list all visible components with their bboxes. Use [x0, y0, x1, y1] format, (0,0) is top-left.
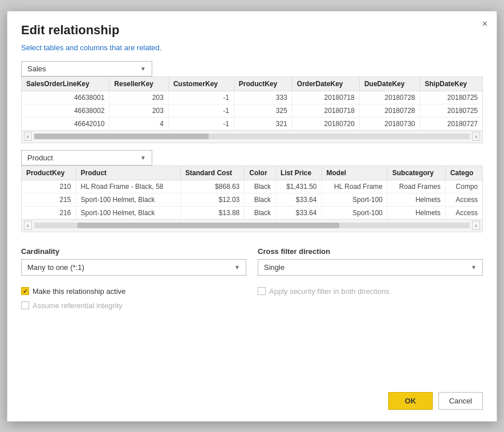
col-product-name: Product — [76, 166, 181, 180]
table1-dropdown-label: Sales — [27, 64, 140, 73]
col-standard-cost: Standard Cost — [181, 166, 245, 180]
table2: ProductKey Product Standard Cost Color L… — [22, 166, 482, 219]
col-sales-order-line-key: SalesOrderLineKey — [22, 77, 109, 91]
dialog-subtitle: Select tables and columns that are relat… — [21, 43, 483, 52]
table2-scroll-right[interactable]: › — [472, 221, 480, 230]
table-cell: Sport-100 Helmet, Black — [76, 193, 181, 206]
col-subcategory: Subcategory — [388, 166, 446, 180]
col-category: Catego — [445, 166, 482, 180]
table-cell: HL Road Frame — [322, 180, 388, 193]
table1-scrollbar[interactable]: ‹ › — [22, 130, 482, 143]
referential-row: Assume referential integrity — [21, 301, 246, 310]
table1-dropdown[interactable]: Sales ▼ — [21, 61, 152, 76]
checkboxes-section: Make this relationship active Assume ref… — [21, 281, 483, 310]
table-row[interactable]: 216Sport-100 Helmet, Black$13.88Black$33… — [22, 206, 482, 219]
table-cell: 46638001 — [22, 91, 109, 104]
table-cell: Black — [245, 193, 276, 206]
dialog-title: Edit relationship — [21, 23, 483, 38]
table-cell: 46638002 — [22, 104, 109, 117]
security-filter-label: Apply security filter in both directions — [269, 287, 389, 296]
table-cell: 20180727 — [420, 117, 482, 130]
security-filter-checkbox[interactable] — [258, 287, 266, 295]
cross-filter-label: Cross filter direction — [258, 247, 483, 256]
table-cell: Compo — [445, 180, 482, 193]
table-cell: Access — [445, 193, 482, 206]
table-row[interactable]: 210HL Road Frame - Black, 58$868.63Black… — [22, 180, 482, 193]
table-cell: 20180725 — [420, 104, 482, 117]
table-row[interactable]: 215Sport-100 Helmet, Black$12.03Black$33… — [22, 193, 482, 206]
table-cell: 325 — [234, 104, 292, 117]
ok-button[interactable]: OK — [388, 392, 433, 410]
col-reseller-key: ResellerKey — [109, 77, 169, 91]
table-cell: 210 — [22, 180, 76, 193]
referential-label: Assume referential integrity — [32, 301, 123, 310]
left-checkboxes: Make this relationship active Assume ref… — [21, 281, 246, 310]
table-cell: $33.64 — [276, 193, 322, 206]
cardinality-dropdown[interactable]: Many to one (*:1) ▼ — [21, 259, 246, 276]
table-cell: 20180718 — [292, 91, 359, 104]
table-cell: 203 — [109, 91, 169, 104]
table-cell: 20180730 — [359, 117, 420, 130]
table-cell: $12.03 — [181, 193, 245, 206]
cardinality-arrow: ▼ — [234, 264, 240, 270]
table-cell: Sport-100 — [322, 193, 388, 206]
table2-scroll-left[interactable]: ‹ — [24, 221, 32, 230]
table-cell: -1 — [168, 91, 234, 104]
table-cell: Sport-100 — [322, 206, 388, 219]
table1: SalesOrderLineKey ResellerKey CustomerKe… — [22, 77, 482, 130]
table-cell: 20180728 — [359, 91, 420, 104]
table-row[interactable]: 46638002203-1325201807182018072820180725 — [22, 104, 482, 117]
make-active-label: Make this relationship active — [32, 287, 125, 296]
table-cell: -1 — [168, 117, 234, 130]
cardinality-label: Cardinality — [21, 247, 246, 256]
col-color: Color — [245, 166, 276, 180]
table-cell: $868.63 — [181, 180, 245, 193]
table-cell: 20180725 — [420, 91, 482, 104]
cross-filter-dropdown[interactable]: Single ▼ — [258, 259, 483, 276]
table2-dropdown-label: Product — [27, 154, 140, 162]
cross-filter-section: Cross filter direction Single ▼ — [258, 247, 483, 276]
edit-relationship-dialog: × Edit relationship Select tables and co… — [7, 11, 497, 422]
table2-dropdown-arrow: ▼ — [140, 155, 146, 161]
table2-dropdown[interactable]: Product ▼ — [21, 150, 152, 165]
col-product-key: ProductKey — [234, 77, 292, 91]
table2-section: Product ▼ ProductKey Product Standard Co… — [21, 150, 483, 232]
table-cell: Black — [245, 180, 276, 193]
referential-checkbox[interactable] — [21, 301, 29, 309]
table-row[interactable]: 466420104-1321201807202018073020180727 — [22, 117, 482, 130]
table1-scroll-thumb — [34, 134, 209, 139]
table-cell: Road Frames — [388, 180, 446, 193]
col-order-date-key: OrderDateKey — [292, 77, 359, 91]
cancel-button[interactable]: Cancel — [438, 392, 483, 410]
col-model: Model — [322, 166, 388, 180]
table-cell: 215 — [22, 193, 76, 206]
cross-filter-value: Single — [264, 263, 471, 272]
table2-wrapper: ProductKey Product Standard Cost Color L… — [21, 165, 483, 232]
table-cell: $33.64 — [276, 206, 322, 219]
table1-wrapper: SalesOrderLineKey ResellerKey CustomerKe… — [21, 76, 483, 143]
table2-scroll-track — [34, 223, 470, 228]
table2-scrollbar[interactable]: ‹ › — [22, 219, 482, 232]
table-cell: 333 — [234, 91, 292, 104]
right-checkboxes: Apply security filter in both directions — [258, 281, 483, 310]
table1-scroll-track — [34, 134, 470, 139]
col-product-key2: ProductKey — [22, 166, 76, 180]
table-cell: 203 — [109, 104, 169, 117]
make-active-checkbox[interactable] — [21, 287, 29, 295]
table-cell: Black — [245, 206, 276, 219]
table-cell: Helmets — [388, 193, 446, 206]
table1-scroll-right[interactable]: › — [472, 132, 480, 141]
table-cell: Sport-100 Helmet, Black — [76, 206, 181, 219]
table-cell: 4 — [109, 117, 169, 130]
table-cell: 216 — [22, 206, 76, 219]
make-active-row: Make this relationship active — [21, 287, 246, 296]
footer: OK Cancel — [21, 383, 483, 410]
col-customer-key: CustomerKey — [168, 77, 234, 91]
table-cell: 20180720 — [292, 117, 359, 130]
close-button[interactable]: × — [482, 19, 487, 29]
cross-filter-arrow: ▼ — [471, 264, 477, 270]
cardinality-value: Many to one (*:1) — [27, 263, 234, 272]
table1-scroll-left[interactable]: ‹ — [24, 132, 32, 141]
table-row[interactable]: 46638001203-1333201807182018072820180725 — [22, 91, 482, 104]
table-cell: $1,431.50 — [276, 180, 322, 193]
